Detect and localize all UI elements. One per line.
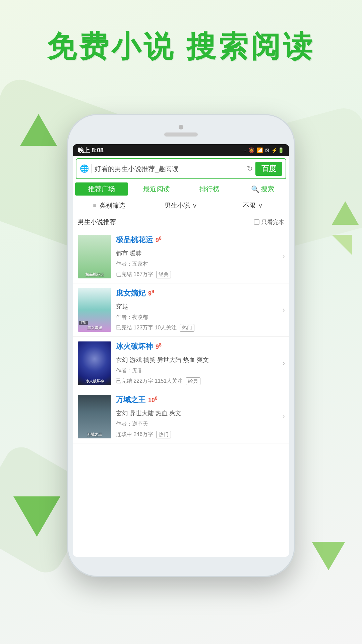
search-input-text[interactable]: 好看的男生小说推荐_趣阅读: [95, 164, 244, 173]
cover-4-label: 万域之王: [78, 432, 111, 437]
cover-2-label: 庶女嫡妃: [78, 325, 111, 330]
phone-mockup: 晚上 8:08 ··· 🔕 📶 ⊠ ⚡🔋 🌐 好看的男生小说推荐_趣阅读 ↻ 百…: [67, 114, 295, 577]
section-title: 男生小说推荐: [78, 218, 116, 226]
filter-bar: ≡ 类别筛选 男生小说 ∨ 不限 ∨: [73, 197, 289, 214]
book-genre-3: 玄幻 游戏 搞笑 异世大陆 热血 爽文: [116, 356, 284, 364]
mute-icon: 🔕: [248, 147, 255, 153]
rating-decimal-3: 8: [159, 342, 162, 347]
book-genre-1: 都市 暖昧: [116, 249, 284, 257]
book-tag-3: 经典: [186, 377, 200, 385]
search-bar[interactable]: 🌐 好看的男生小说推荐_趣阅读 ↻ 百度: [76, 158, 286, 179]
battery-icon: ⚡🔋: [272, 147, 284, 153]
book-info-3: 冰火破坏神 98 玄幻 游戏 搞笑 异世大陆 热血 爽文 作者：无罪 已完结 2…: [116, 341, 284, 385]
chevron-down-icon-gender: ∨: [192, 202, 197, 209]
triangle-top-left: [20, 114, 57, 146]
complete-filter[interactable]: 只看完本: [254, 218, 284, 226]
book-title-2: 庶女嫡妃: [116, 288, 145, 298]
cover-3-label: 冰火破坏神: [78, 379, 111, 384]
arrow-icon-2: ›: [283, 306, 285, 314]
search-divider: [92, 164, 92, 173]
chevron-down-icon-limit: ∨: [258, 202, 263, 209]
wifi-icon: 📶: [257, 147, 263, 153]
section-header: 男生小说推荐 只看完本: [73, 214, 289, 230]
rating-main-4: 10: [148, 397, 155, 404]
book-cover-3: 冰火破坏神: [78, 341, 111, 385]
status-icons: ··· 🔕 📶 ⊠ ⚡🔋: [242, 147, 284, 153]
tab-ranking[interactable]: 排行榜: [183, 181, 236, 197]
book-item-4[interactable]: 万域之王 万域之王 100 玄幻 异世大陆 热血 爽文 作者：逆苍天: [73, 390, 289, 443]
tab-recent[interactable]: 最近阅读: [130, 181, 183, 197]
triangle-bottom-right: [312, 542, 345, 570]
phone-speaker: [164, 132, 198, 137]
phone-screen: 晚上 8:08 ··· 🔕 📶 ⊠ ⚡🔋 🌐 好看的男生小说推荐_趣阅读 ↻ 百…: [73, 144, 289, 557]
sim-icon: ⊠: [265, 147, 269, 153]
rating-decimal-4: 0: [155, 395, 158, 401]
filter-category[interactable]: ≡ 类别筛选: [73, 197, 145, 214]
book-completion-4: 连载中 246万字 热门: [116, 431, 284, 438]
rating-decimal-1: 6: [159, 235, 162, 241]
phone-camera: [179, 125, 183, 129]
search-tab-icon: 🔍: [251, 185, 259, 193]
book-tag-4: 热门: [156, 431, 171, 438]
book-completion-2: 已完结 123万字 10人关注 热门: [116, 324, 284, 332]
rating-main-2: 9: [148, 290, 152, 297]
arrow-icon-3: ›: [283, 359, 285, 368]
book-info-2: 庶女嫡妃 99 穿越 作者：夜凌都 已完结 123万字 10人关注 热门: [116, 288, 284, 332]
book-item-3[interactable]: 冰火破坏神 冰火破坏神 98 玄幻 游戏 搞笑 异世大陆 热血 爽文 作者：无罪: [73, 337, 289, 390]
arrow-icon-4: ›: [283, 412, 285, 421]
filter-gender[interactable]: 男生小说 ∨: [145, 197, 217, 214]
signal-icon: ···: [242, 148, 246, 153]
book-title-3: 冰火破坏神: [116, 341, 153, 352]
book-completion-3: 已完结 222万字 1151人关注 经典: [116, 377, 284, 385]
book-info-1: 极品桃花运 96 都市 暖昧 作者：五家村 已完结 167万字 经典: [116, 235, 284, 278]
complete-checkbox[interactable]: [254, 219, 259, 225]
refresh-icon[interactable]: ↻: [247, 164, 253, 173]
book-cover-2: 17K 庶女嫡妃: [78, 288, 111, 332]
book-item-1[interactable]: 极品桃花运 极品桃花运 96 都市 暖昧 作者：五家村: [73, 230, 289, 283]
status-time: 晚上 8:08: [78, 146, 104, 154]
book-completion-1: 已完结 167万字 经典: [116, 271, 284, 278]
arrow-icon-1: ›: [283, 252, 285, 261]
book-title-1: 极品桃花运: [116, 235, 153, 245]
rating-main-1: 9: [156, 237, 159, 244]
filter-icon: ≡: [93, 203, 96, 209]
cover-1-label: 极品桃花运: [78, 272, 111, 277]
book-author-2: 作者：夜凌都: [116, 314, 284, 321]
globe-icon: 🌐: [80, 164, 89, 173]
baidu-button[interactable]: 百度: [255, 162, 282, 176]
book-author-3: 作者：无罪: [116, 367, 284, 374]
app-header-title: 免费小说 搜索阅读: [0, 27, 362, 67]
rating-main-3: 9: [156, 343, 159, 350]
book-info-4: 万域之王 100 玄幻 异世大陆 热血 爽文 作者：逆苍天 连载中 246万字 …: [116, 395, 284, 438]
book-cover-4: 万域之王: [78, 395, 111, 438]
tab-search[interactable]: 🔍 搜索: [236, 181, 289, 197]
book-genre-2: 穿越: [116, 303, 284, 311]
book-cover-1: 极品桃花运: [78, 235, 111, 278]
rating-decimal-2: 9: [152, 289, 154, 294]
phone-outer: 晚上 8:08 ··· 🔕 📶 ⊠ ⚡🔋 🌐 好看的男生小说推荐_趣阅读 ↻ 百…: [67, 114, 295, 577]
triangle-top-right: [332, 201, 359, 225]
book-tag-2: 热门: [180, 324, 194, 332]
book-tag-1: 经典: [156, 271, 171, 278]
nav-tabs: 推荐广场 最近阅读 排行榜 🔍 搜索: [73, 181, 289, 197]
book-genre-4: 玄幻 异世大陆 热血 爽文: [116, 409, 284, 417]
tab-recommend[interactable]: 推荐广场: [75, 182, 128, 196]
status-bar: 晚上 8:08 ··· 🔕 📶 ⊠ ⚡🔋: [73, 144, 289, 156]
cover-2-badge: 17K: [79, 321, 88, 325]
filter-limit[interactable]: 不限 ∨: [217, 197, 289, 214]
triangle-top-right-2: [332, 235, 352, 255]
triangle-bottom-left: [13, 496, 60, 537]
book-list: 极品桃花运 极品桃花运 96 都市 暖昧 作者：五家村: [73, 230, 289, 557]
book-author-1: 作者：五家村: [116, 261, 284, 268]
book-item-2[interactable]: 17K 庶女嫡妃 庶女嫡妃 99 穿越 作者：夜凌都: [73, 283, 289, 337]
book-author-4: 作者：逆苍天: [116, 421, 284, 428]
book-title-4: 万域之王: [116, 395, 145, 405]
